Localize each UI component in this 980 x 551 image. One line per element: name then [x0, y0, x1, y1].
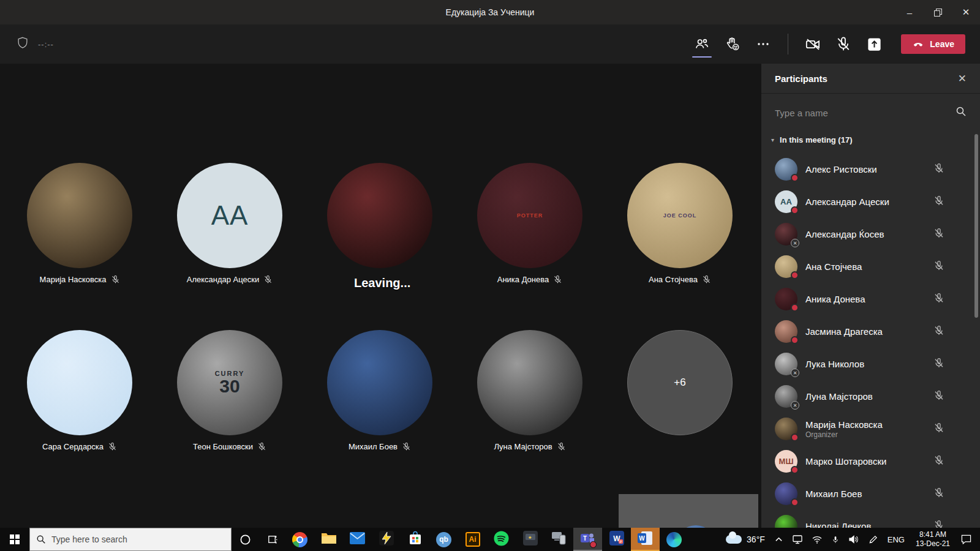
volume-icon[interactable] [844, 528, 864, 551]
taskbar-app-microsoft-store[interactable] [401, 528, 429, 551]
chevron-up-icon[interactable] [770, 528, 788, 551]
weather-widget[interactable]: 36°F [721, 528, 770, 551]
participant-mic-muted[interactable] [933, 163, 944, 176]
participant-row[interactable]: AA Александар Ацески [761, 186, 980, 218]
language-indicator[interactable]: ENG [883, 528, 910, 551]
participant-search-input[interactable] [775, 108, 956, 118]
participant-row[interactable]: ✕ Луна Мајсторов [761, 380, 980, 413]
mic-off-icon [933, 163, 944, 174]
search-icon[interactable] [956, 106, 967, 119]
participant-name: Лука Николов [805, 359, 864, 369]
participant-row[interactable]: Михаил Боев [761, 478, 980, 510]
taskbar-app-file-explorer[interactable] [314, 528, 343, 551]
participant-name: Михаил Боев [349, 442, 398, 451]
participant-avatar-initials: AA [177, 163, 282, 268]
share-screen-icon[interactable] [862, 32, 886, 56]
tile-name-label: Луна Мајсторов [456, 442, 603, 451]
mic-off-icon [933, 487, 944, 498]
meeting-stage: Марија Насковска AA Александар Ацески Le… [0, 64, 761, 528]
participant-mic-muted[interactable] [933, 325, 944, 339]
taskbar-apps: qb Ai T WP W [285, 528, 688, 551]
participant-name: Ана Стојчева [805, 261, 862, 272]
taskbar-app-phone-link[interactable] [545, 528, 573, 551]
participant-mic-muted[interactable] [933, 195, 944, 209]
close-icon[interactable]: ✕ [952, 0, 980, 24]
wifi-icon[interactable] [807, 528, 827, 551]
participants-panel: Participants ✕ ▾ In this meeting (17) Ал… [761, 64, 980, 528]
participant-mic-muted[interactable] [933, 228, 944, 241]
window-title: Едукација За Ученици [446, 7, 535, 17]
panel-scrollbar[interactable] [974, 134, 978, 318]
participant-row[interactable]: ✕ Александар Ќосев [761, 218, 980, 250]
microsoft-store-icon [408, 531, 423, 548]
status-busy-icon [791, 206, 799, 214]
taskbar-app-word[interactable]: W [631, 528, 660, 551]
participant-mic-muted[interactable] [933, 358, 944, 371]
participant-mic-muted[interactable] [933, 390, 944, 403]
participant-mic-muted[interactable] [933, 520, 944, 528]
action-center-icon[interactable] [956, 528, 980, 551]
camera-off-icon[interactable] [801, 32, 825, 56]
avatar-detail-text: JOE COOL [663, 212, 697, 219]
participant-row[interactable]: Јасмина Драгеска [761, 315, 980, 348]
taskbar-clock[interactable]: 8:41 AM 13-Dec-21 [910, 530, 956, 549]
taskbar-app-teams[interactable]: T [573, 528, 602, 551]
mic-off-icon [263, 275, 273, 284]
participant-row[interactable]: Марија Насковска Organizer [761, 413, 980, 445]
in-meeting-section-header[interactable]: ▾ In this meeting (17) [761, 132, 980, 148]
avatar-initials: AA [211, 200, 249, 231]
microphone-icon[interactable] [827, 528, 844, 551]
taskbar-app-qbittorrent[interactable]: qb [429, 528, 458, 551]
participant-mic-muted[interactable] [933, 422, 944, 436]
participant-mic-muted[interactable] [933, 293, 944, 306]
mic-off-icon [933, 520, 944, 528]
close-panel-icon[interactable]: ✕ [958, 72, 967, 85]
participant-mic-muted[interactable] [933, 455, 944, 468]
participant-name: Марко Шотаровски [805, 456, 886, 467]
participant-mic-muted[interactable] [933, 260, 944, 274]
taskbar-search-input[interactable] [51, 534, 225, 544]
mic-off-icon [108, 442, 117, 451]
status-busy-icon [791, 498, 799, 506]
taskbar-app-chrome[interactable] [285, 528, 314, 551]
windows-taskbar: qb Ai T WP W 36°F [0, 528, 980, 551]
taskbar-app-spotify[interactable] [487, 528, 516, 551]
restore-icon[interactable] [924, 0, 952, 24]
participant-row[interactable]: Ана Стојчева [761, 250, 980, 283]
pen-icon[interactable] [864, 528, 883, 551]
taskbar-app-edge[interactable] [660, 528, 688, 551]
windows-logo-icon [10, 534, 20, 544]
system-tray: 36°F ENG 8:41 AM 13-Dec-21 [721, 528, 980, 551]
mic-off-icon [933, 325, 944, 336]
mic-off-icon[interactable] [831, 32, 856, 56]
participant-row[interactable]: ✕ Лука Николов [761, 348, 980, 380]
mic-off-icon [702, 275, 711, 284]
more-options-icon[interactable] [751, 32, 775, 56]
taskbar-app-wps-office[interactable]: WP [602, 528, 631, 551]
taskbar-app-mail[interactable] [343, 528, 372, 551]
taskbar-app-game[interactable] [516, 528, 545, 551]
participant-row[interactable]: Николај Дечков [761, 510, 980, 528]
monitor-icon[interactable] [788, 528, 807, 551]
participant-row[interactable]: Аника Донева [761, 283, 980, 315]
tile-name-label: Александар Ацески [156, 275, 303, 284]
participants-active-underline [692, 56, 712, 58]
taskbar-app-winamp[interactable] [372, 528, 401, 551]
participant-mic-muted[interactable] [933, 487, 944, 501]
mail-icon [350, 532, 365, 547]
taskbar-search[interactable] [29, 528, 232, 551]
start-button[interactable] [0, 528, 29, 551]
task-view-icon[interactable] [258, 528, 285, 551]
participants-icon[interactable] [690, 32, 714, 56]
status-busy-icon [791, 174, 799, 182]
participant-row[interactable]: Алекс Ристовски [761, 153, 980, 186]
taskbar-app-illustrator[interactable]: Ai [458, 528, 487, 551]
minimize-icon[interactable]: – [895, 0, 924, 24]
reactions-icon[interactable] [720, 32, 745, 56]
mic-off-icon [933, 293, 944, 304]
mic-off-icon [402, 442, 411, 451]
cortana-icon[interactable] [232, 528, 258, 551]
participant-avatar-astronaut-space-bw-photo [477, 330, 582, 435]
participant-row[interactable]: МШ Марко Шотаровски [761, 445, 980, 478]
leave-button[interactable]: Leave [901, 34, 965, 54]
